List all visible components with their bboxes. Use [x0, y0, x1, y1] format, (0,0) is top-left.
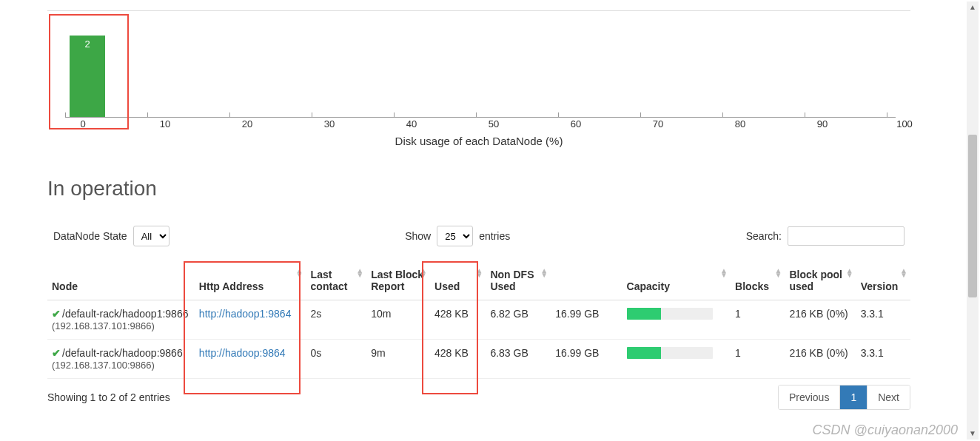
show-label: Show	[405, 230, 431, 242]
node-path: /default-rack/hadoop1:9866	[62, 308, 188, 320]
col-capacity-text[interactable]: Cap	[551, 263, 622, 300]
chart-x-tick: 40	[406, 118, 417, 129]
sort-icon: ▲▼	[475, 269, 483, 277]
chart-x-label: Disk usage of each DataNode (%)	[47, 135, 910, 147]
datanode-table: Node Http Address▲▼ Last contact▲▼ Last …	[47, 263, 910, 379]
col-non-dfs-used[interactable]: Non DFS Used▲▼	[486, 263, 551, 300]
col-block-pool-used[interactable]: Block pool used▲▼	[785, 263, 856, 300]
scroll-down-arrow[interactable]: ▼	[967, 428, 979, 440]
chart-x-tick: 20	[242, 118, 252, 129]
table-row: ✔/default-rack/hadoop1:9866(192.168.137.…	[47, 300, 910, 340]
cell-version: 3.3.1	[856, 300, 910, 340]
search-label: Search:	[746, 230, 782, 242]
page-previous[interactable]: Previous	[779, 386, 839, 409]
http-address-link[interactable]: http://hadoop:9864	[199, 347, 286, 359]
status-check-icon: ✔	[52, 308, 61, 320]
datanode-state-label: DataNode State	[53, 230, 127, 242]
watermark: CSDN @cuiyaonan2000	[813, 423, 958, 438]
sort-icon: ▲▼	[774, 269, 782, 277]
chart-x-tick: 30	[324, 118, 335, 129]
sort-icon: ▲▼	[296, 269, 303, 277]
sort-icon: ▲▼	[356, 269, 363, 277]
chart-x-tick: 70	[653, 118, 663, 129]
cell-non-dfs-used: 6.83 GB	[486, 340, 551, 379]
table-footer: Showing 1 to 2 of 2 entries Previous 1 N…	[47, 385, 910, 410]
chart-x-tick: 90	[817, 118, 828, 129]
capacity-bar	[627, 347, 713, 359]
sort-icon: ▲▼	[720, 269, 728, 277]
node-ip: (192.168.137.100:9866)	[52, 360, 155, 371]
sort-icon: ▲▼	[846, 269, 853, 277]
cell-block-pool-used: 216 KB (0%)	[785, 340, 856, 379]
chart-x-tick: 0	[80, 118, 85, 129]
section-title: In operation	[47, 177, 910, 201]
col-used[interactable]: Used▲▼	[430, 263, 486, 300]
col-blocks[interactable]: Blocks▲▼	[731, 263, 785, 300]
sort-icon: ▲▼	[540, 269, 548, 277]
cell-capacity-text: 16.99 GB	[551, 340, 622, 379]
cell-used: 428 KB	[430, 300, 486, 340]
chart-x-tick: 60	[571, 118, 581, 129]
sort-icon: ▲▼	[420, 269, 427, 277]
vertical-scrollbar[interactable]: ▲ ▼	[967, 1, 979, 440]
col-version[interactable]: Version▲▼	[856, 263, 910, 300]
page-1[interactable]: 1	[839, 386, 867, 409]
disk-usage-chart: 0102030405060708090100 2 Disk usage of e…	[47, 14, 910, 132]
chart-bar: 2	[70, 36, 105, 117]
search-input[interactable]	[788, 226, 905, 246]
col-last-block-report[interactable]: Last Block Report▲▼	[366, 263, 430, 300]
cell-last-contact: 0s	[306, 340, 367, 379]
cell-blocks: 1	[731, 340, 785, 379]
col-last-contact[interactable]: Last contact▲▼	[306, 263, 367, 300]
table-row: ✔/default-rack/hadoop:9866(192.168.137.1…	[47, 340, 910, 379]
cell-blocks: 1	[731, 300, 785, 340]
cell-last-block-report: 10m	[366, 300, 430, 340]
top-divider	[47, 10, 910, 11]
cell-last-contact: 2s	[306, 300, 367, 340]
sort-icon: ▲▼	[900, 269, 907, 277]
scroll-thumb[interactable]	[968, 135, 977, 297]
status-check-icon: ✔	[52, 347, 61, 359]
http-address-link[interactable]: http://hadoop1:9864	[199, 308, 292, 320]
chart-x-tick: 100	[896, 118, 913, 129]
pagination: Previous 1 Next	[778, 385, 910, 410]
scroll-up-arrow[interactable]: ▲	[967, 1, 979, 13]
cell-used: 428 KB	[430, 340, 486, 379]
cell-non-dfs-used: 6.82 GB	[486, 300, 551, 340]
datanode-state-select[interactable]: All	[133, 226, 170, 246]
table-info: Showing 1 to 2 of 2 entries	[47, 391, 170, 403]
col-capacity[interactable]: Capacity▲▼	[622, 263, 731, 300]
show-entries-select[interactable]: 25	[437, 226, 473, 246]
chart-x-tick: 80	[735, 118, 745, 129]
col-node[interactable]: Node	[47, 263, 195, 300]
chart-x-tick: 50	[489, 118, 499, 129]
cell-last-block-report: 9m	[366, 340, 430, 379]
controls-row: DataNode State All Show 25 entries Searc…	[53, 226, 905, 246]
capacity-bar	[627, 308, 713, 320]
datanode-table-wrapper: Node Http Address▲▼ Last contact▲▼ Last …	[47, 263, 910, 379]
cell-capacity-text: 16.99 GB	[551, 300, 622, 340]
chart-x-tick: 10	[160, 118, 170, 129]
cell-version: 3.3.1	[856, 340, 910, 379]
cell-block-pool-used: 216 KB (0%)	[785, 300, 856, 340]
entries-label: entries	[479, 230, 510, 242]
node-ip: (192.168.137.101:9866)	[52, 320, 155, 331]
node-path: /default-rack/hadoop:9866	[62, 347, 183, 359]
page-next[interactable]: Next	[867, 386, 910, 409]
col-http-address[interactable]: Http Address▲▼	[195, 263, 306, 300]
